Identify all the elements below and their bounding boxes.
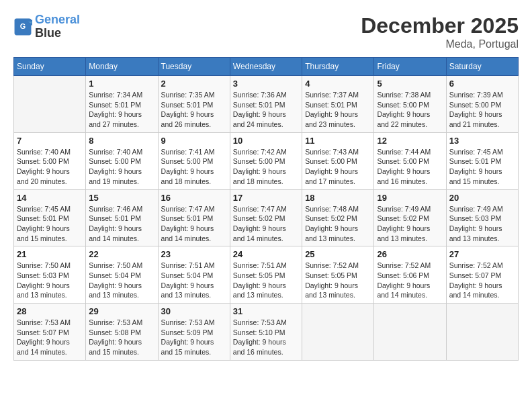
location: Meda, Portugal xyxy=(361,38,519,50)
day-number: 6 xyxy=(449,79,515,89)
calendar-cell: 14 Sunrise: 7:45 AM Sunset: 5:01 PM Dayl… xyxy=(14,189,86,246)
day-info: Sunrise: 7:53 AM Sunset: 5:07 PM Dayligh… xyxy=(17,318,83,357)
calendar-cell: 9 Sunrise: 7:41 AM Sunset: 5:00 PM Dayli… xyxy=(158,132,230,189)
day-number: 30 xyxy=(161,306,227,316)
calendar-cell: 27 Sunrise: 7:52 AM Sunset: 5:07 PM Dayl… xyxy=(446,246,518,304)
day-number: 17 xyxy=(233,193,299,203)
day-number: 14 xyxy=(17,193,83,203)
calendar-cell: 10 Sunrise: 7:42 AM Sunset: 5:00 PM Dayl… xyxy=(230,132,302,189)
day-info: Sunrise: 7:47 AM Sunset: 5:02 PM Dayligh… xyxy=(233,204,299,244)
calendar-cell: 21 Sunrise: 7:50 AM Sunset: 5:03 PM Dayl… xyxy=(14,246,86,304)
weekday-header-saturday: Saturday xyxy=(446,58,518,76)
svg-text:G: G xyxy=(20,22,26,30)
calendar-cell: 15 Sunrise: 7:46 AM Sunset: 5:01 PM Dayl… xyxy=(86,189,158,246)
day-number: 8 xyxy=(89,136,154,146)
day-number: 9 xyxy=(161,136,227,146)
day-number: 20 xyxy=(449,193,515,203)
calendar-cell: 5 Sunrise: 7:38 AM Sunset: 5:00 PM Dayli… xyxy=(374,76,446,133)
day-number: 19 xyxy=(377,193,443,203)
day-info: Sunrise: 7:52 AM Sunset: 5:05 PM Dayligh… xyxy=(305,261,371,300)
day-info: Sunrise: 7:42 AM Sunset: 5:00 PM Dayligh… xyxy=(233,147,299,187)
day-info: Sunrise: 7:40 AM Sunset: 5:00 PM Dayligh… xyxy=(17,147,83,187)
logo: G General Blue xyxy=(13,13,80,40)
day-number: 25 xyxy=(305,249,371,259)
calendar-table: SundayMondayTuesdayWednesdayThursdayFrid… xyxy=(13,57,519,361)
calendar-week-row: 21 Sunrise: 7:50 AM Sunset: 5:03 PM Dayl… xyxy=(14,246,519,304)
day-info: Sunrise: 7:52 AM Sunset: 5:07 PM Dayligh… xyxy=(449,261,515,300)
logo-text: General Blue xyxy=(35,13,80,40)
page-header: G General Blue December 2025 Meda, Portu… xyxy=(13,13,519,50)
weekday-header-wednesday: Wednesday xyxy=(230,58,302,76)
calendar-cell xyxy=(302,304,374,361)
day-info: Sunrise: 7:49 AM Sunset: 5:02 PM Dayligh… xyxy=(377,204,443,244)
calendar-cell: 18 Sunrise: 7:48 AM Sunset: 5:02 PM Dayl… xyxy=(302,189,374,246)
day-info: Sunrise: 7:51 AM Sunset: 5:04 PM Dayligh… xyxy=(161,261,227,300)
logo-icon: G xyxy=(13,17,32,36)
calendar-cell: 22 Sunrise: 7:50 AM Sunset: 5:04 PM Dayl… xyxy=(86,246,158,304)
day-number: 13 xyxy=(449,136,515,146)
day-info: Sunrise: 7:48 AM Sunset: 5:02 PM Dayligh… xyxy=(305,204,371,244)
day-info: Sunrise: 7:38 AM Sunset: 5:00 PM Dayligh… xyxy=(377,90,443,130)
calendar-cell: 4 Sunrise: 7:37 AM Sunset: 5:01 PM Dayli… xyxy=(302,76,374,133)
day-info: Sunrise: 7:36 AM Sunset: 5:01 PM Dayligh… xyxy=(233,90,299,130)
day-info: Sunrise: 7:47 AM Sunset: 5:01 PM Dayligh… xyxy=(161,204,227,244)
weekday-header-row: SundayMondayTuesdayWednesdayThursdayFrid… xyxy=(14,58,519,76)
day-info: Sunrise: 7:53 AM Sunset: 5:08 PM Dayligh… xyxy=(89,318,154,357)
calendar-cell: 12 Sunrise: 7:44 AM Sunset: 5:00 PM Dayl… xyxy=(374,132,446,189)
day-number: 24 xyxy=(233,249,299,259)
calendar-cell: 13 Sunrise: 7:45 AM Sunset: 5:01 PM Dayl… xyxy=(446,132,518,189)
weekday-header-sunday: Sunday xyxy=(14,58,86,76)
weekday-header-thursday: Thursday xyxy=(302,58,374,76)
day-info: Sunrise: 7:51 AM Sunset: 5:05 PM Dayligh… xyxy=(233,261,299,300)
day-info: Sunrise: 7:44 AM Sunset: 5:00 PM Dayligh… xyxy=(377,147,443,187)
calendar-cell xyxy=(446,304,518,361)
calendar-cell: 6 Sunrise: 7:39 AM Sunset: 5:00 PM Dayli… xyxy=(446,76,518,133)
day-info: Sunrise: 7:43 AM Sunset: 5:00 PM Dayligh… xyxy=(305,147,371,187)
calendar-cell: 17 Sunrise: 7:47 AM Sunset: 5:02 PM Dayl… xyxy=(230,189,302,246)
day-number: 26 xyxy=(377,249,443,259)
day-number: 12 xyxy=(377,136,443,146)
day-info: Sunrise: 7:52 AM Sunset: 5:06 PM Dayligh… xyxy=(377,261,443,300)
day-info: Sunrise: 7:50 AM Sunset: 5:04 PM Dayligh… xyxy=(89,261,154,300)
weekday-header-friday: Friday xyxy=(374,58,446,76)
day-info: Sunrise: 7:49 AM Sunset: 5:03 PM Dayligh… xyxy=(449,204,515,244)
day-info: Sunrise: 7:45 AM Sunset: 5:01 PM Dayligh… xyxy=(17,204,83,244)
calendar-cell xyxy=(14,76,86,133)
day-number: 4 xyxy=(305,79,371,89)
day-info: Sunrise: 7:40 AM Sunset: 5:00 PM Dayligh… xyxy=(89,147,154,187)
calendar-cell: 2 Sunrise: 7:35 AM Sunset: 5:01 PM Dayli… xyxy=(158,76,230,133)
calendar-cell: 1 Sunrise: 7:34 AM Sunset: 5:01 PM Dayli… xyxy=(86,76,158,133)
day-number: 27 xyxy=(449,249,515,259)
calendar-cell: 28 Sunrise: 7:53 AM Sunset: 5:07 PM Dayl… xyxy=(14,304,86,361)
calendar-cell: 16 Sunrise: 7:47 AM Sunset: 5:01 PM Dayl… xyxy=(158,189,230,246)
day-info: Sunrise: 7:37 AM Sunset: 5:01 PM Dayligh… xyxy=(305,90,371,130)
calendar-week-row: 7 Sunrise: 7:40 AM Sunset: 5:00 PM Dayli… xyxy=(14,132,519,189)
day-number: 15 xyxy=(89,193,154,203)
day-info: Sunrise: 7:45 AM Sunset: 5:01 PM Dayligh… xyxy=(449,147,515,187)
weekday-header-tuesday: Tuesday xyxy=(158,58,230,76)
day-number: 18 xyxy=(305,193,371,203)
calendar-cell xyxy=(374,304,446,361)
day-info: Sunrise: 7:46 AM Sunset: 5:01 PM Dayligh… xyxy=(89,204,154,244)
day-number: 16 xyxy=(161,193,227,203)
calendar-cell: 29 Sunrise: 7:53 AM Sunset: 5:08 PM Dayl… xyxy=(86,304,158,361)
calendar-week-row: 28 Sunrise: 7:53 AM Sunset: 5:07 PM Dayl… xyxy=(14,304,519,361)
day-info: Sunrise: 7:34 AM Sunset: 5:01 PM Dayligh… xyxy=(89,90,154,130)
day-number: 3 xyxy=(233,79,299,89)
day-number: 2 xyxy=(161,79,227,89)
day-number: 10 xyxy=(233,136,299,146)
day-number: 23 xyxy=(161,249,227,259)
calendar-cell: 24 Sunrise: 7:51 AM Sunset: 5:05 PM Dayl… xyxy=(230,246,302,304)
day-number: 11 xyxy=(305,136,371,146)
calendar-cell: 23 Sunrise: 7:51 AM Sunset: 5:04 PM Dayl… xyxy=(158,246,230,304)
day-info: Sunrise: 7:50 AM Sunset: 5:03 PM Dayligh… xyxy=(17,261,83,300)
day-info: Sunrise: 7:39 AM Sunset: 5:00 PM Dayligh… xyxy=(449,90,515,130)
day-info: Sunrise: 7:35 AM Sunset: 5:01 PM Dayligh… xyxy=(161,90,227,130)
calendar-cell: 3 Sunrise: 7:36 AM Sunset: 5:01 PM Dayli… xyxy=(230,76,302,133)
calendar-cell: 7 Sunrise: 7:40 AM Sunset: 5:00 PM Dayli… xyxy=(14,132,86,189)
calendar-cell: 19 Sunrise: 7:49 AM Sunset: 5:02 PM Dayl… xyxy=(374,189,446,246)
calendar-cell: 26 Sunrise: 7:52 AM Sunset: 5:06 PM Dayl… xyxy=(374,246,446,304)
calendar-cell: 11 Sunrise: 7:43 AM Sunset: 5:00 PM Dayl… xyxy=(302,132,374,189)
calendar-cell: 20 Sunrise: 7:49 AM Sunset: 5:03 PM Dayl… xyxy=(446,189,518,246)
weekday-header-monday: Monday xyxy=(86,58,158,76)
